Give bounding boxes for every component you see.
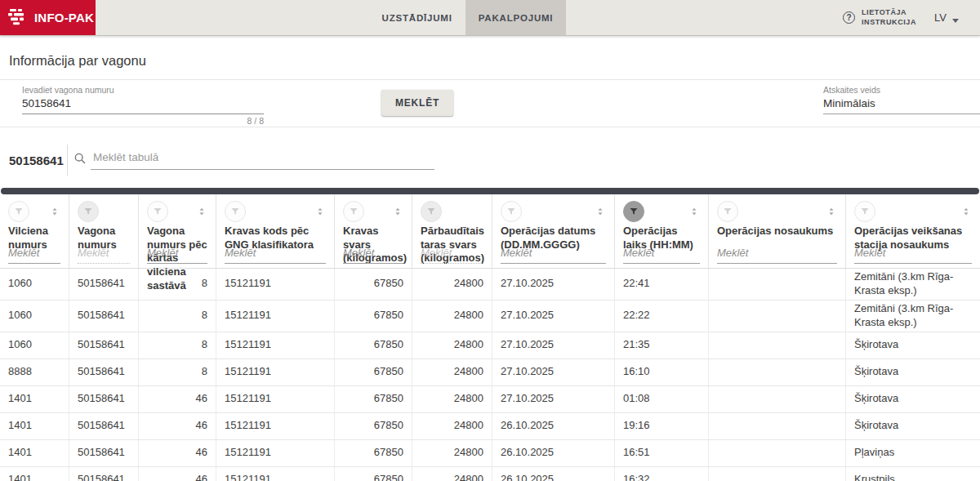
cell-vagona-numurs: 50158641 [69, 359, 139, 385]
cell-vagona-numurs-pec-kartas: 8 [139, 359, 216, 385]
cell-kravas-svars: 67850 [335, 386, 412, 412]
cell-kravas-kods: 15121191 [216, 332, 335, 359]
column-filter-input-operacijas-laiks[interactable]: Meklēt [623, 247, 700, 264]
cell-vilciena-numurs: 1060 [0, 269, 69, 300]
column-filter-input-operacijas-nosaukums[interactable]: Meklēt [717, 247, 837, 264]
wagon-number-field: Ievadiet vagona numuru 50158641 8 / 8 [22, 85, 264, 126]
cell-operacijas-laiks: 22:41 [615, 269, 709, 300]
cell-operacijas-datums: 27.10.2025 [492, 301, 615, 332]
user-manual-link[interactable]: ? LIETOTĀJA INSTRUKCIJA [843, 8, 916, 27]
cell-operacijas-laiks: 22:22 [615, 301, 709, 332]
cell-vilciena-numurs: 1401 [0, 413, 69, 439]
cell-operacijas-nosaukums [709, 440, 846, 466]
sort-icon[interactable] [392, 206, 403, 217]
column-filter-input-kravas-kods[interactable]: Meklēt [225, 247, 326, 264]
wagon-number-input[interactable]: 50158641 [22, 95, 264, 114]
cell-taras-svars: 24800 [412, 359, 492, 385]
cell-taras-svars: 24800 [412, 440, 492, 466]
cell-taras-svars: 24800 [412, 301, 492, 332]
filter-funnel-icon[interactable] [8, 201, 29, 222]
tab-pakalpojumi[interactable]: PAKALPOJUMI [466, 0, 567, 35]
search-button[interactable]: MEKLĒT [381, 90, 453, 116]
table-body: 106050158641815121191678502480027.10.202… [0, 269, 980, 481]
filter-funnel-icon[interactable] [147, 201, 168, 222]
report-type-select[interactable]: Minimālais [823, 95, 980, 114]
cell-vagona-numurs-pec-kartas: 8 [139, 301, 216, 332]
sort-icon[interactable] [49, 206, 60, 217]
column-filter-input-kravas-svars[interactable]: Meklēt [343, 247, 403, 264]
cell-kravas-kods: 15121191 [216, 359, 335, 385]
table-row[interactable]: 888850158641815121191678502480027.10.202… [0, 359, 980, 386]
sort-icon[interactable] [688, 206, 700, 217]
table-row[interactable]: 1401501586414615121191678502480027.10.20… [0, 386, 980, 413]
cell-vagona-numurs: 50158641 [69, 332, 139, 359]
cell-kravas-kods: 15121191 [216, 467, 335, 481]
cell-stacijas-nosaukums: Zemitāni (3.km Rīga-Krasta eksp.) [846, 269, 980, 300]
cell-taras-svars: 24800 [412, 332, 492, 359]
column-filter-input-taras-svars: Meklēt [421, 247, 483, 264]
filter-funnel-icon[interactable] [421, 201, 442, 222]
report-type-label: Atskaites veids [823, 85, 980, 95]
language-selector[interactable]: LV [934, 11, 959, 24]
cell-operacijas-nosaukums [709, 301, 846, 332]
column-header-kravas-svars: Kravas svars (kilogramos)Meklēt [335, 194, 412, 268]
filter-funnel-icon[interactable] [501, 201, 522, 222]
cell-operacijas-nosaukums [709, 467, 846, 481]
magnifier-icon [74, 152, 87, 168]
filter-funnel-icon[interactable] [854, 201, 875, 222]
table-search-input[interactable]: Meklēt tabulā [91, 149, 434, 170]
sort-icon[interactable] [595, 206, 606, 217]
cell-kravas-svars: 67850 [335, 413, 412, 439]
table-toolbar: 50158641 Meklēt tabulā [0, 127, 980, 188]
column-filter-input-stacijas-nosaukums[interactable]: Meklēt [854, 247, 972, 264]
cell-vagona-numurs: 50158641 [69, 413, 139, 439]
column-filter-input-vilciena-numurs[interactable]: Meklēt [8, 247, 60, 264]
cell-taras-svars: 24800 [412, 386, 492, 412]
cell-vagona-numurs: 50158641 [69, 301, 139, 332]
filter-funnel-icon[interactable] [78, 201, 99, 222]
column-filter-input-vagona-numurs: Meklēt [78, 247, 130, 264]
column-title: Operācijas nosaukums [717, 225, 837, 238]
cell-operacijas-laiks: 21:35 [615, 332, 709, 359]
cell-vagona-numurs: 50158641 [69, 386, 139, 412]
table-row[interactable]: 1401501586414615121191678502480026.10.20… [0, 467, 980, 481]
sort-icon[interactable] [826, 206, 837, 217]
cell-vagona-numurs: 50158641 [69, 269, 139, 300]
sort-icon[interactable] [960, 206, 972, 217]
sort-icon[interactable] [196, 206, 207, 217]
column-filter-input-vagona-numurs-pec-kartas[interactable]: Meklēt [147, 247, 207, 264]
horizontal-scrollbar[interactable] [1, 188, 979, 194]
cell-kravas-svars: 67850 [335, 359, 412, 385]
column-header-taras-svars: Pārbaudītais taras svars (kilogramos)Mek… [412, 194, 492, 268]
cell-operacijas-datums: 27.10.2025 [492, 359, 615, 385]
cell-operacijas-nosaukums [709, 359, 846, 385]
wagon-number-label: Ievadiet vagona numuru [22, 85, 264, 95]
cell-stacijas-nosaukums: Krustpils [846, 467, 980, 481]
column-filter-input-operacijas-datums[interactable]: Meklēt [501, 247, 606, 264]
cell-vilciena-numurs: 1401 [0, 440, 69, 466]
cell-kravas-kods: 15121191 [216, 386, 335, 412]
table-row[interactable]: 106050158641815121191678502480027.10.202… [0, 301, 980, 332]
tab-uzstadijumi[interactable]: UZSTĀDĪJUMI [369, 0, 466, 35]
cell-kravas-kods: 15121191 [216, 413, 335, 439]
filter-funnel-icon[interactable] [343, 201, 364, 222]
cell-vagona-numurs-pec-kartas: 46 [139, 386, 216, 412]
sort-icon[interactable] [314, 206, 326, 217]
filter-funnel-icon[interactable] [225, 201, 246, 222]
cell-operacijas-datums: 26.10.2025 [492, 440, 615, 466]
table-row[interactable]: 106050158641815121191678502480027.10.202… [0, 332, 980, 359]
char-counter: 8 / 8 [22, 114, 264, 126]
cell-kravas-svars: 67850 [335, 467, 412, 481]
result-wagon-number: 50158641 [9, 154, 64, 167]
cell-kravas-svars: 67850 [335, 440, 412, 466]
cell-vilciena-numurs: 8888 [0, 359, 69, 385]
filter-funnel-icon[interactable] [717, 201, 738, 222]
column-header-operacijas-laiks: Operācijas laiks (HH:MM)Meklēt [615, 194, 709, 268]
cell-kravas-kods: 15121191 [216, 269, 335, 300]
topbar-right: ? LIETOTĀJA INSTRUKCIJA LV [843, 0, 980, 35]
table-row[interactable]: 1401501586414615121191678502480026.10.20… [0, 413, 980, 440]
cell-vilciena-numurs: 1401 [0, 386, 69, 412]
table-row[interactable]: 1401501586414615121191678502480026.10.20… [0, 440, 980, 467]
cell-operacijas-nosaukums [709, 269, 846, 300]
filter-funnel-icon[interactable] [623, 201, 644, 222]
